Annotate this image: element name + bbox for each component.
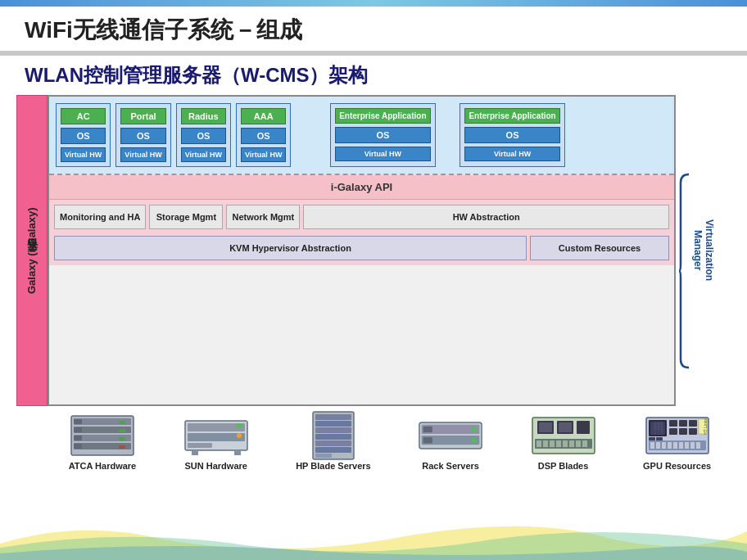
blade-icon — [301, 413, 366, 458]
hw-item-dsp: DSP Blades — [531, 413, 596, 471]
center-content: AC OS Virtual HW Portal OS Virtual HW Ra… — [48, 95, 676, 406]
vm-group-aaa: AAA OS Virtual HW — [236, 103, 291, 167]
ea1-os: OS — [335, 127, 430, 143]
hw-item-rack: Rack Servers — [418, 413, 483, 471]
svg-rect-63 — [669, 428, 677, 435]
ea1-label: Enterprise Application — [335, 108, 430, 124]
gpu-label: GPU Resources — [643, 461, 711, 471]
ea2-hw: Virtual HW — [464, 147, 559, 161]
svg-rect-62 — [689, 420, 697, 427]
svg-text:HT Links: HT Links — [703, 418, 708, 434]
svg-rect-47 — [563, 440, 568, 447]
svg-point-33 — [472, 437, 477, 442]
sun-label: SUN Hardware — [184, 461, 247, 471]
vm-section: AC OS Virtual HW Portal OS Virtual HW Ra… — [49, 97, 674, 175]
virtualization-manager-label: Virtualization Manager — [692, 152, 715, 349]
svg-rect-25 — [315, 434, 351, 440]
svg-rect-50 — [582, 440, 587, 447]
dsp-icon — [531, 413, 596, 458]
svg-rect-14 — [188, 423, 245, 431]
svg-rect-78 — [649, 437, 655, 440]
hardware-section: ATCA Hardware SUN Hardware — [0, 406, 747, 474]
svg-rect-65 — [689, 428, 697, 435]
ea1-hw: Virtual HW — [335, 147, 430, 161]
svg-rect-28 — [315, 454, 332, 458]
hw-item-gpu: HT Links GPU Resources — [643, 413, 711, 471]
portal-os: OS — [120, 128, 165, 144]
svg-rect-5 — [119, 421, 125, 424]
blade-label: HP Blade Servers — [296, 461, 371, 471]
monitoring-box: Monitoring and HA — [54, 205, 146, 229]
hw-item-blade: HP Blade Servers — [296, 413, 371, 471]
svg-rect-17 — [192, 450, 198, 455]
portal-hw: Virtual HW — [120, 147, 165, 162]
dsp-label: DSP Blades — [538, 461, 589, 471]
bottom-wave — [0, 511, 747, 560]
svg-rect-60 — [669, 420, 677, 427]
svg-rect-35 — [423, 436, 432, 443]
bottom-row: KVM Hypervisor Abstraction Custom Resour… — [49, 233, 674, 265]
main-title: WiFi无线通信子系统－组成 — [0, 7, 747, 51]
kvm-box: KVM Hypervisor Abstraction — [54, 236, 527, 260]
svg-rect-61 — [679, 420, 687, 427]
svg-rect-64 — [679, 428, 687, 435]
svg-rect-8 — [119, 445, 125, 449]
aaa-label: AAA — [241, 108, 286, 124]
svg-rect-48 — [569, 440, 574, 447]
right-bracket-area: Virtualization Manager — [677, 95, 731, 406]
ea2-os: OS — [464, 127, 559, 143]
aaa-os: OS — [241, 128, 286, 144]
svg-rect-79 — [656, 437, 663, 440]
svg-point-32 — [472, 427, 477, 431]
vm-group-ea2: Enterprise Application OS Virtual HW — [460, 103, 564, 167]
top-decorative-bar — [0, 0, 747, 7]
gpu-icon: HT Links — [645, 413, 710, 458]
left-label: Galaxy云平台 (i-Galaxy) — [16, 95, 48, 406]
subtitle: WLAN控制管理服务器（W-CMS）架构 — [0, 56, 747, 95]
svg-rect-12 — [74, 444, 82, 449]
svg-rect-24 — [315, 427, 351, 433]
network-box: Network Mgmt — [226, 205, 300, 229]
radius-label: Radius — [181, 108, 226, 124]
vm-group-ea1: Enterprise Application OS Virtual HW — [330, 103, 435, 167]
portal-label: Portal — [120, 108, 165, 124]
api-bar: i-Galaxy API — [49, 175, 674, 200]
svg-rect-74 — [679, 442, 683, 449]
aaa-hw: Virtual HW — [241, 147, 286, 162]
rack-label: Rack Servers — [422, 461, 479, 471]
svg-rect-18 — [234, 450, 241, 455]
vm-group-ac: AC OS Virtual HW — [56, 103, 111, 167]
svg-rect-26 — [315, 440, 351, 446]
svg-rect-34 — [423, 426, 432, 432]
diagram-area: Galaxy云平台 (i-Galaxy) AC OS Virtual HW Po… — [16, 95, 731, 406]
svg-rect-15 — [188, 433, 245, 441]
svg-rect-16 — [188, 443, 212, 448]
svg-rect-73 — [673, 442, 677, 449]
svg-rect-71 — [662, 442, 666, 449]
ea2-label: Enterprise Application — [464, 108, 559, 124]
svg-rect-11 — [74, 436, 82, 440]
svg-point-19 — [237, 423, 242, 428]
sun-icon — [183, 413, 249, 458]
hw-abstraction-box: HW Abstraction — [303, 205, 669, 229]
brace-icon — [677, 173, 692, 369]
svg-point-20 — [237, 433, 242, 438]
hw-item-sun: SUN Hardware — [183, 413, 249, 471]
svg-rect-41 — [577, 421, 590, 434]
svg-rect-27 — [315, 447, 351, 453]
storage-box: Storage Mgmt — [149, 205, 223, 229]
vm-group-portal: Portal OS Virtual HW — [115, 103, 170, 167]
svg-rect-69 — [650, 442, 654, 449]
svg-rect-72 — [668, 442, 672, 449]
ac-hw: Virtual HW — [61, 147, 106, 162]
svg-rect-23 — [315, 421, 351, 427]
hw-item-atca: ATCA Hardware — [69, 413, 137, 471]
ac-label: AC — [61, 108, 106, 124]
svg-rect-43 — [536, 440, 541, 447]
svg-rect-45 — [550, 440, 555, 447]
atca-icon — [70, 413, 135, 458]
radius-hw: Virtual HW — [181, 147, 226, 162]
svg-rect-76 — [690, 442, 695, 449]
custom-resources-box: Custom Resources — [530, 236, 669, 260]
svg-rect-9 — [74, 419, 82, 424]
